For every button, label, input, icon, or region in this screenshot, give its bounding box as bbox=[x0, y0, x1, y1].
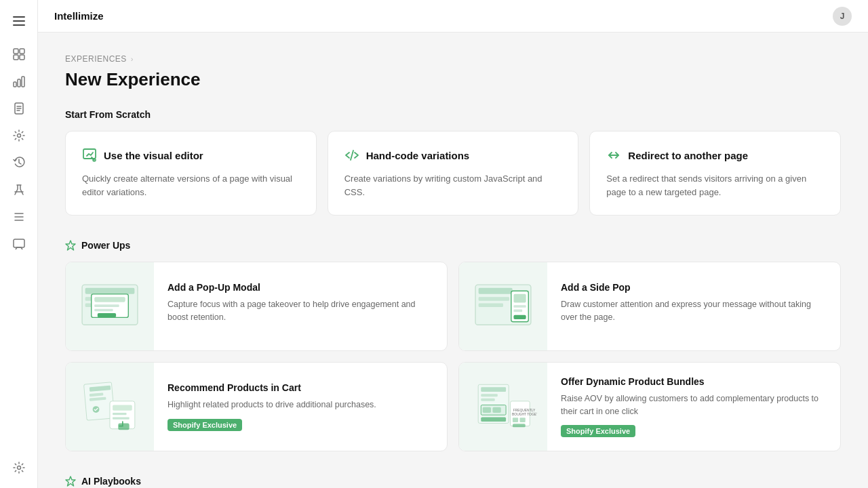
svg-rect-63 bbox=[513, 418, 518, 422]
svg-rect-40 bbox=[513, 310, 522, 312]
svg-rect-9 bbox=[22, 77, 24, 87]
menu-toggle[interactable] bbox=[0, 8, 37, 34]
sidebar-item-history[interactable] bbox=[7, 150, 31, 175]
power-card-popup[interactable]: Add a Pop-Up Modal Capture focus with a … bbox=[65, 262, 448, 351]
shopify-badge-bundles: Shopify Exclusive bbox=[561, 425, 635, 437]
svg-rect-8 bbox=[18, 79, 20, 87]
svg-text:BOUGHT TOGETHER: BOUGHT TOGETHER bbox=[512, 413, 537, 416]
svg-rect-36 bbox=[479, 303, 503, 306]
svg-point-14 bbox=[17, 134, 20, 138]
scratch-card-desc-visual: Quickly create alternate versions of a p… bbox=[82, 172, 300, 199]
power-cards-container: Add a Pop-Up Modal Capture focus with a … bbox=[65, 262, 841, 451]
bundles-card-image: FREQUENTLY BOUGHT TOGETHER bbox=[459, 363, 547, 451]
power-card-recommend[interactable]: Recommend Products in Cart Highlight rel… bbox=[65, 362, 448, 451]
popup-card-image bbox=[66, 262, 154, 350]
svg-rect-55 bbox=[481, 399, 494, 401]
sidepop-card-image bbox=[459, 262, 547, 350]
scratch-card-title-redirect: Redirect to another page bbox=[628, 150, 748, 161]
svg-rect-35 bbox=[479, 297, 509, 300]
svg-rect-31 bbox=[94, 309, 113, 312]
svg-rect-34 bbox=[479, 288, 513, 294]
svg-rect-5 bbox=[14, 55, 18, 60]
sidebar-item-gear[interactable] bbox=[7, 123, 31, 148]
svg-rect-48 bbox=[113, 405, 132, 411]
svg-rect-59 bbox=[481, 418, 506, 422]
main-content: EXPERIENCES › New Experience Start From … bbox=[38, 33, 868, 488]
popup-card-body: Add a Pop-Up Modal Capture focus with a … bbox=[154, 270, 447, 343]
sidebar bbox=[0, 0, 38, 488]
svg-rect-6 bbox=[20, 55, 24, 60]
sidebar-nav bbox=[7, 42, 31, 453]
breadcrumb-separator: › bbox=[131, 55, 134, 63]
svg-rect-64 bbox=[520, 418, 526, 422]
scratch-card-title-code: Hand-code variations bbox=[366, 150, 470, 161]
bundles-card-desc: Raise AOV by allowing customers to add c… bbox=[561, 392, 827, 418]
svg-rect-29 bbox=[94, 297, 125, 302]
code-icon bbox=[344, 148, 359, 163]
svg-rect-1 bbox=[13, 20, 25, 22]
breadcrumb: EXPERIENCES › bbox=[65, 54, 841, 64]
ai-playbooks-title: AI Playbooks bbox=[81, 476, 141, 487]
sidepop-card-body: Add a Side Pop Draw customer attention a… bbox=[547, 270, 840, 343]
svg-rect-2 bbox=[13, 24, 25, 26]
svg-rect-30 bbox=[94, 304, 119, 307]
svg-rect-50 bbox=[113, 418, 130, 420]
ai-playbooks-header: AI Playbooks bbox=[65, 476, 841, 487]
sidebar-bottom-nav bbox=[7, 455, 31, 480]
scratch-section-title: Start From Scratch bbox=[65, 109, 841, 120]
recommend-card-title: Recommend Products in Cart bbox=[167, 382, 433, 393]
sidebar-item-analytics[interactable] bbox=[7, 69, 31, 94]
bundles-card-title: Offer Dynamic Product Bundles bbox=[561, 376, 827, 387]
visual-editor-icon bbox=[82, 148, 97, 163]
scratch-card-desc-code: Create variations by writing custom Java… bbox=[344, 172, 562, 199]
svg-rect-54 bbox=[481, 394, 498, 396]
svg-text:FREQUENTLY: FREQUENTLY bbox=[513, 409, 536, 412]
power-ups-header: Power Ups bbox=[65, 240, 841, 251]
svg-rect-38 bbox=[513, 294, 526, 303]
popup-card-desc: Capture focus with a page takeover to he… bbox=[167, 298, 433, 324]
sidebar-item-reports[interactable] bbox=[7, 96, 31, 121]
scratch-card-desc-redirect: Set a redirect that sends visitors arriv… bbox=[606, 172, 824, 199]
scratch-card-title-visual: Use the visual editor bbox=[104, 150, 203, 161]
sidebar-item-segments[interactable] bbox=[7, 205, 31, 229]
sidebar-item-dashboard[interactable] bbox=[7, 42, 31, 66]
svg-rect-4 bbox=[20, 49, 24, 54]
scratch-card-visual-editor[interactable]: Use the visual editor Quickly create alt… bbox=[65, 131, 317, 216]
svg-rect-39 bbox=[513, 305, 526, 308]
svg-rect-25 bbox=[85, 288, 135, 294]
sidebar-item-settings[interactable] bbox=[7, 455, 31, 480]
shopify-badge-recommend: Shopify Exclusive bbox=[167, 419, 242, 431]
svg-rect-19 bbox=[14, 239, 24, 247]
popup-card-title: Add a Pop-Up Modal bbox=[167, 282, 433, 293]
breadcrumb-parent[interactable]: EXPERIENCES bbox=[65, 54, 127, 64]
recommend-card-body: Recommend Products in Cart Highlight rel… bbox=[154, 370, 447, 443]
ai-playbooks-icon bbox=[65, 476, 76, 487]
svg-rect-3 bbox=[14, 49, 18, 54]
scratch-card-hand-code[interactable]: Hand-code variations Create variations b… bbox=[328, 131, 579, 216]
svg-line-23 bbox=[351, 150, 353, 160]
avatar[interactable]: J bbox=[833, 7, 852, 26]
bundles-card-body: Offer Dynamic Product Bundles Raise AOV … bbox=[547, 364, 840, 450]
svg-rect-51 bbox=[118, 424, 129, 430]
page-title: New Experience bbox=[65, 69, 841, 90]
scratch-card-redirect[interactable]: Redirect to another page Set a redirect … bbox=[589, 131, 841, 216]
topbar: Intellimize J bbox=[38, 0, 868, 33]
scratch-card-header-visual: Use the visual editor bbox=[82, 148, 300, 163]
recommend-card-image bbox=[66, 363, 154, 451]
svg-rect-53 bbox=[481, 387, 506, 392]
sidebar-item-experiments[interactable] bbox=[7, 178, 31, 202]
svg-rect-65 bbox=[513, 424, 526, 427]
power-ups-title: Power Ups bbox=[81, 240, 130, 251]
scratch-card-header-code: Hand-code variations bbox=[344, 148, 562, 163]
recommend-card-desc: Highlight related products to drive addi… bbox=[167, 399, 433, 411]
scratch-cards-container: Use the visual editor Quickly create alt… bbox=[65, 131, 841, 216]
power-card-sidepop[interactable]: Add a Side Pop Draw customer attention a… bbox=[458, 262, 841, 351]
svg-rect-58 bbox=[492, 407, 500, 413]
svg-point-20 bbox=[17, 466, 20, 470]
sidepop-card-desc: Draw customer attention and express your… bbox=[561, 298, 827, 324]
svg-rect-57 bbox=[483, 407, 491, 413]
power-card-bundles[interactable]: FREQUENTLY BOUGHT TOGETHER Offer Dynamic… bbox=[458, 362, 841, 451]
brand-name: Intellimize bbox=[54, 10, 104, 22]
sidebar-item-messages[interactable] bbox=[7, 232, 31, 256]
svg-rect-32 bbox=[98, 313, 116, 317]
